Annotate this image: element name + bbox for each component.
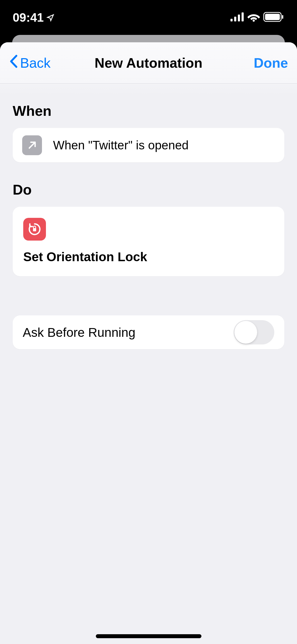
- nav-bar: Back New Automation Done: [0, 42, 297, 84]
- status-time-group: 09:41: [13, 10, 54, 25]
- do-action-card[interactable]: Set Orientation Lock: [13, 207, 284, 276]
- svg-rect-0: [230, 19, 233, 21]
- open-app-icon: [22, 135, 42, 155]
- svg-rect-6: [265, 14, 280, 20]
- svg-rect-1: [234, 17, 236, 21]
- when-trigger-text: When "Twitter" is opened: [53, 138, 188, 152]
- svg-rect-3: [242, 12, 244, 21]
- wifi-icon: [247, 12, 260, 23]
- toggle-knob: [234, 321, 257, 344]
- done-button[interactable]: Done: [254, 55, 288, 71]
- status-bar: 09:41: [0, 0, 297, 35]
- content-area: When When "Twitter" is opened Do Set Ori…: [0, 103, 297, 644]
- status-right: [230, 12, 284, 23]
- ask-label: Ask Before Running: [23, 325, 135, 340]
- do-section-header: Do: [13, 181, 284, 198]
- nav-title: New Automation: [95, 55, 202, 71]
- when-trigger-card[interactable]: When "Twitter" is opened: [13, 128, 284, 162]
- ask-before-running-toggle[interactable]: [234, 320, 274, 344]
- cellular-signal-icon: [230, 12, 244, 22]
- do-action-text: Set Orientation Lock: [23, 250, 274, 264]
- svg-rect-7: [282, 15, 283, 19]
- svg-point-4: [253, 20, 255, 22]
- svg-rect-2: [238, 15, 240, 21]
- status-time: 09:41: [13, 10, 44, 25]
- svg-rect-8: [33, 228, 36, 231]
- battery-icon: [263, 12, 284, 23]
- home-indicator[interactable]: [96, 634, 201, 638]
- chevron-left-icon: [9, 54, 18, 72]
- modal-sheet: Back New Automation Done When When "Twit…: [0, 42, 297, 644]
- ask-before-running-row: Ask Before Running: [13, 315, 284, 349]
- orientation-lock-icon: [23, 218, 46, 241]
- back-label: Back: [20, 55, 51, 71]
- location-icon: [46, 10, 54, 25]
- back-button[interactable]: Back: [9, 54, 51, 72]
- when-section-header: When: [13, 103, 284, 119]
